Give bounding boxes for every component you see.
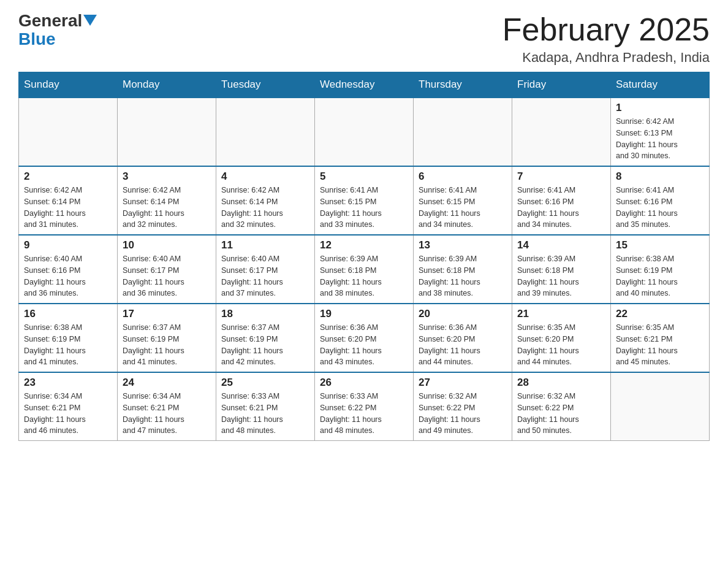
table-row: 7Sunrise: 6:41 AM Sunset: 6:16 PM Daylig… <box>512 166 611 235</box>
day-number: 26 <box>320 377 408 389</box>
day-info: Sunrise: 6:42 AM Sunset: 6:13 PM Dayligh… <box>616 116 704 162</box>
day-number: 4 <box>221 170 309 183</box>
table-row <box>611 372 710 441</box>
day-number: 17 <box>123 308 211 320</box>
col-tuesday: Tuesday <box>216 72 315 98</box>
calendar-week-row: 16Sunrise: 6:38 AM Sunset: 6:19 PM Dayli… <box>19 304 710 372</box>
table-row: 13Sunrise: 6:39 AM Sunset: 6:18 PM Dayli… <box>414 235 512 304</box>
col-thursday: Thursday <box>414 72 512 98</box>
table-row: 16Sunrise: 6:38 AM Sunset: 6:19 PM Dayli… <box>19 304 118 372</box>
day-info: Sunrise: 6:40 AM Sunset: 6:17 PM Dayligh… <box>221 253 309 299</box>
day-number: 5 <box>320 170 408 183</box>
day-info: Sunrise: 6:35 AM Sunset: 6:20 PM Dayligh… <box>517 322 605 368</box>
page-header: General Blue February 2025 Kadapa, Andhr… <box>18 12 710 66</box>
day-info: Sunrise: 6:40 AM Sunset: 6:16 PM Dayligh… <box>24 253 112 299</box>
day-number: 16 <box>24 308 112 320</box>
table-row: 28Sunrise: 6:32 AM Sunset: 6:22 PM Dayli… <box>512 372 611 441</box>
day-number: 11 <box>221 239 309 251</box>
day-info: Sunrise: 6:41 AM Sunset: 6:15 PM Dayligh… <box>419 185 507 231</box>
table-row: 6Sunrise: 6:41 AM Sunset: 6:15 PM Daylig… <box>414 166 512 235</box>
table-row: 1Sunrise: 6:42 AM Sunset: 6:13 PM Daylig… <box>611 98 710 166</box>
table-row <box>216 98 315 166</box>
day-number: 27 <box>419 377 507 389</box>
table-row: 27Sunrise: 6:32 AM Sunset: 6:22 PM Dayli… <box>414 372 512 441</box>
table-row: 21Sunrise: 6:35 AM Sunset: 6:20 PM Dayli… <box>512 304 611 372</box>
col-wednesday: Wednesday <box>315 72 414 98</box>
table-row: 2Sunrise: 6:42 AM Sunset: 6:14 PM Daylig… <box>19 166 118 235</box>
month-title: February 2025 <box>502 12 710 47</box>
day-info: Sunrise: 6:41 AM Sunset: 6:15 PM Dayligh… <box>320 185 408 231</box>
table-row: 15Sunrise: 6:38 AM Sunset: 6:19 PM Dayli… <box>611 235 710 304</box>
day-number: 1 <box>616 102 704 114</box>
col-sunday: Sunday <box>19 72 118 98</box>
day-number: 18 <box>221 308 309 320</box>
table-row: 26Sunrise: 6:33 AM Sunset: 6:22 PM Dayli… <box>315 372 414 441</box>
svg-marker-0 <box>83 15 97 26</box>
day-info: Sunrise: 6:37 AM Sunset: 6:19 PM Dayligh… <box>123 322 211 368</box>
day-info: Sunrise: 6:40 AM Sunset: 6:17 PM Dayligh… <box>123 253 211 299</box>
table-row: 20Sunrise: 6:36 AM Sunset: 6:20 PM Dayli… <box>414 304 512 372</box>
table-row: 25Sunrise: 6:33 AM Sunset: 6:21 PM Dayli… <box>216 372 315 441</box>
table-row: 18Sunrise: 6:37 AM Sunset: 6:19 PM Dayli… <box>216 304 315 372</box>
table-row: 4Sunrise: 6:42 AM Sunset: 6:14 PM Daylig… <box>216 166 315 235</box>
table-row: 23Sunrise: 6:34 AM Sunset: 6:21 PM Dayli… <box>19 372 118 441</box>
table-row: 24Sunrise: 6:34 AM Sunset: 6:21 PM Dayli… <box>118 372 216 441</box>
day-info: Sunrise: 6:36 AM Sunset: 6:20 PM Dayligh… <box>419 322 507 368</box>
calendar-table: Sunday Monday Tuesday Wednesday Thursday… <box>18 72 710 441</box>
day-info: Sunrise: 6:39 AM Sunset: 6:18 PM Dayligh… <box>320 253 408 299</box>
day-info: Sunrise: 6:33 AM Sunset: 6:22 PM Dayligh… <box>320 391 408 437</box>
calendar-week-row: 9Sunrise: 6:40 AM Sunset: 6:16 PM Daylig… <box>19 235 710 304</box>
calendar-header-row: Sunday Monday Tuesday Wednesday Thursday… <box>19 72 710 98</box>
col-saturday: Saturday <box>611 72 710 98</box>
day-info: Sunrise: 6:32 AM Sunset: 6:22 PM Dayligh… <box>517 391 605 437</box>
day-info: Sunrise: 6:39 AM Sunset: 6:18 PM Dayligh… <box>419 253 507 299</box>
day-number: 28 <box>517 377 605 389</box>
table-row: 12Sunrise: 6:39 AM Sunset: 6:18 PM Dayli… <box>315 235 414 304</box>
table-row: 10Sunrise: 6:40 AM Sunset: 6:17 PM Dayli… <box>118 235 216 304</box>
day-number: 19 <box>320 308 408 320</box>
table-row: 8Sunrise: 6:41 AM Sunset: 6:16 PM Daylig… <box>611 166 710 235</box>
day-info: Sunrise: 6:34 AM Sunset: 6:21 PM Dayligh… <box>123 391 211 437</box>
table-row: 9Sunrise: 6:40 AM Sunset: 6:16 PM Daylig… <box>19 235 118 304</box>
day-info: Sunrise: 6:37 AM Sunset: 6:19 PM Dayligh… <box>221 322 309 368</box>
table-row: 22Sunrise: 6:35 AM Sunset: 6:21 PM Dayli… <box>611 304 710 372</box>
table-row <box>19 98 118 166</box>
day-number: 20 <box>419 308 507 320</box>
col-monday: Monday <box>118 72 216 98</box>
day-number: 7 <box>517 170 605 183</box>
day-number: 2 <box>24 170 112 183</box>
logo-blue: Blue <box>18 29 56 49</box>
day-number: 13 <box>419 239 507 251</box>
day-info: Sunrise: 6:33 AM Sunset: 6:21 PM Dayligh… <box>221 391 309 437</box>
day-info: Sunrise: 6:42 AM Sunset: 6:14 PM Dayligh… <box>221 185 309 231</box>
day-info: Sunrise: 6:42 AM Sunset: 6:14 PM Dayligh… <box>123 185 211 231</box>
day-info: Sunrise: 6:42 AM Sunset: 6:14 PM Dayligh… <box>24 185 112 231</box>
day-info: Sunrise: 6:41 AM Sunset: 6:16 PM Dayligh… <box>517 185 605 231</box>
location-title: Kadapa, Andhra Pradesh, India <box>502 50 710 66</box>
day-info: Sunrise: 6:36 AM Sunset: 6:20 PM Dayligh… <box>320 322 408 368</box>
table-row: 17Sunrise: 6:37 AM Sunset: 6:19 PM Dayli… <box>118 304 216 372</box>
day-number: 10 <box>123 239 211 251</box>
table-row: 14Sunrise: 6:39 AM Sunset: 6:18 PM Dayli… <box>512 235 611 304</box>
day-number: 15 <box>616 239 704 251</box>
table-row: 5Sunrise: 6:41 AM Sunset: 6:15 PM Daylig… <box>315 166 414 235</box>
day-info: Sunrise: 6:32 AM Sunset: 6:22 PM Dayligh… <box>419 391 507 437</box>
day-number: 12 <box>320 239 408 251</box>
day-number: 6 <box>419 170 507 183</box>
table-row: 19Sunrise: 6:36 AM Sunset: 6:20 PM Dayli… <box>315 304 414 372</box>
day-info: Sunrise: 6:38 AM Sunset: 6:19 PM Dayligh… <box>616 253 704 299</box>
day-number: 23 <box>24 377 112 389</box>
calendar-week-row: 2Sunrise: 6:42 AM Sunset: 6:14 PM Daylig… <box>19 166 710 235</box>
day-number: 21 <box>517 308 605 320</box>
table-row <box>414 98 512 166</box>
table-row: 3Sunrise: 6:42 AM Sunset: 6:14 PM Daylig… <box>118 166 216 235</box>
table-row <box>512 98 611 166</box>
day-info: Sunrise: 6:35 AM Sunset: 6:21 PM Dayligh… <box>616 322 704 368</box>
title-block: February 2025 Kadapa, Andhra Pradesh, In… <box>502 12 710 66</box>
day-number: 14 <box>517 239 605 251</box>
day-info: Sunrise: 6:38 AM Sunset: 6:19 PM Dayligh… <box>24 322 112 368</box>
calendar-week-row: 23Sunrise: 6:34 AM Sunset: 6:21 PM Dayli… <box>19 372 710 441</box>
logo-general: General <box>18 12 82 29</box>
day-info: Sunrise: 6:39 AM Sunset: 6:18 PM Dayligh… <box>517 253 605 299</box>
table-row <box>315 98 414 166</box>
